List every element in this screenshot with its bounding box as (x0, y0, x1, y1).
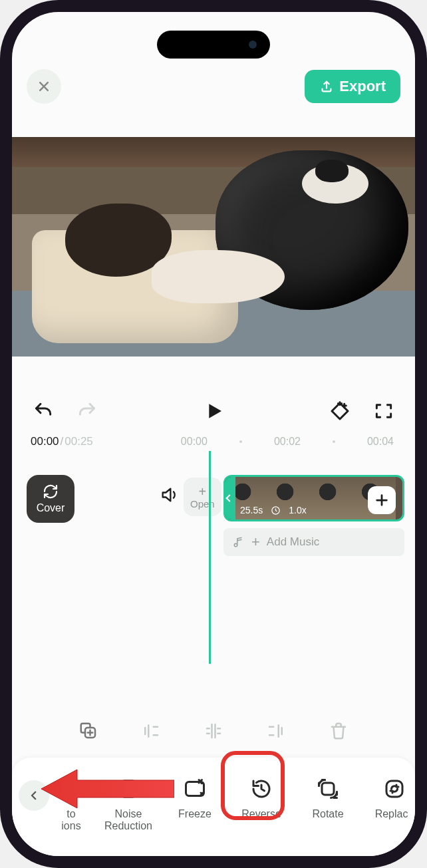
clip-handle-left[interactable] (223, 477, 235, 519)
timeline[interactable]: Cover + Open 25.5s 1.0x (12, 448, 415, 674)
quick-edit-toolbar (12, 711, 415, 751)
close-button[interactable] (27, 69, 61, 104)
opening-label: Open (190, 498, 215, 509)
fullscreen-button[interactable] (371, 398, 396, 424)
redo-icon (76, 400, 98, 422)
playhead[interactable] (209, 451, 211, 664)
video-clip[interactable]: 25.5s 1.0x (223, 475, 404, 521)
tool-label: to ions (61, 808, 80, 833)
fullscreen-icon (373, 400, 394, 422)
timecode-bar: 00:00 / 00:25 00:00 00:02 00:04 (12, 435, 415, 448)
split-icon (204, 721, 223, 741)
export-label: Export (339, 78, 386, 95)
clip-meta: 25.5s 1.0x (240, 505, 307, 515)
trim-left-button[interactable] (138, 718, 164, 744)
speed-icon (271, 506, 281, 515)
replace-icon (382, 777, 406, 801)
rotate-icon (316, 777, 340, 801)
plus-icon (374, 493, 389, 507)
copy-clip-button[interactable] (75, 718, 102, 744)
tool-freeze[interactable]: Freeze (168, 775, 222, 833)
tool-label: Rotate (312, 808, 343, 820)
trash-icon (329, 721, 349, 741)
play-icon (203, 400, 224, 422)
tool-label: Replace (375, 808, 408, 820)
keyframe-button[interactable] (327, 398, 353, 424)
tool-label: Freeze (178, 808, 212, 820)
add-clip-button[interactable] (368, 486, 396, 514)
plus-icon: + (199, 485, 207, 498)
svg-point-4 (202, 782, 203, 784)
reverse-icon (249, 777, 273, 801)
diamond-plus-icon (329, 400, 351, 422)
phone-frame: Export (0, 0, 427, 868)
add-opening-button[interactable]: + Open (184, 478, 221, 516)
mute-button[interactable] (160, 486, 180, 506)
clip-speed: 1.0x (289, 505, 306, 515)
trim-right-icon (266, 721, 286, 741)
tool-replace[interactable]: Replace (367, 775, 408, 833)
freeze-icon (183, 777, 207, 801)
tool-label: Noise Reduction (104, 808, 152, 833)
add-music-button[interactable]: + Add Music (223, 528, 404, 556)
music-note-icon (233, 536, 245, 548)
playback-controls (12, 357, 415, 435)
close-icon (37, 80, 51, 93)
screen: Export (12, 12, 415, 856)
speaker-icon (160, 486, 178, 504)
tool-captions[interactable]: to ions (53, 775, 89, 833)
undo-icon (33, 400, 54, 422)
edit-toolbar: to ions Noise Reduction Freeze Reverse R… (12, 758, 415, 856)
dynamic-island (157, 31, 270, 59)
svg-rect-6 (386, 781, 402, 797)
upload-icon (319, 79, 334, 94)
undo-button[interactable] (31, 398, 56, 424)
delete-button[interactable] (325, 718, 352, 744)
captions-icon (59, 777, 83, 801)
total-duration: 00:25 (65, 435, 93, 448)
video-preview[interactable] (12, 137, 415, 357)
tool-noise-reduction[interactable]: Noise Reduction (101, 775, 156, 833)
noise-icon (116, 777, 140, 801)
tool-label: Reverse (241, 808, 281, 820)
play-button[interactable] (199, 396, 228, 426)
time-ruler[interactable]: 00:00 00:02 00:04 (94, 435, 396, 448)
chevron-left-icon (28, 790, 40, 801)
trim-right-button[interactable] (263, 718, 289, 744)
tool-reverse[interactable]: Reverse (234, 775, 289, 833)
tool-rotate[interactable]: Rotate (301, 775, 355, 833)
add-music-label: Add Music (267, 535, 319, 549)
back-button[interactable] (19, 780, 49, 811)
current-time: 00:00 (31, 435, 59, 448)
copy-plus-icon (78, 721, 98, 741)
export-button[interactable]: Export (305, 70, 400, 103)
split-button[interactable] (200, 718, 227, 744)
redo-button[interactable] (74, 398, 100, 424)
svg-rect-5 (322, 783, 334, 795)
clip-duration: 25.5s (240, 505, 263, 515)
trim-left-icon (141, 721, 161, 741)
